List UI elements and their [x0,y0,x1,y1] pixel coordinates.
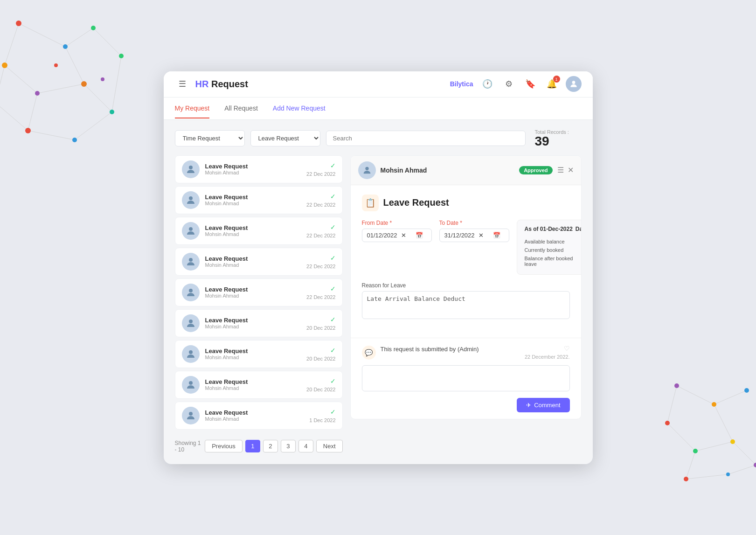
category-dropdown[interactable]: Leave Request [250,130,320,146]
request-meta: ✓ 22 Dec 2022 [306,162,335,177]
comment-input[interactable] [362,365,570,391]
svg-line-7 [28,93,37,131]
request-avatar [182,160,200,178]
nav-my-request[interactable]: My Request [175,98,210,118]
page-1-button[interactable]: 1 [245,440,260,452]
list-item[interactable]: Leave Request Mohsin Ahmad ✓ 20 Dec 2022 [175,309,343,337]
check-icon: ✓ [330,347,336,354]
nav-add-request[interactable]: Add New Request [273,98,326,118]
svg-point-22 [72,138,77,142]
detail-avatar [358,161,376,179]
request-title: Leave Request [205,378,307,385]
available-balance-label: Available balance [525,239,565,245]
leave-icon: 📋 [362,195,379,211]
svg-point-23 [119,54,124,58]
currently-booked-row: Currently booked 2 [525,247,582,254]
comment-text-col: This request is submitted by (Admin) [381,345,520,353]
request-avatar [182,222,200,240]
svg-point-45 [726,472,730,476]
reason-label: Reason for Leave [362,282,570,289]
as-of-label: As of 01-Dec-2022 [525,226,573,232]
top-bar-actions: Bilytica 🕐 ⚙ 🔖 🔔 1 [450,76,582,92]
heart-icon[interactable]: ♡ [564,345,570,352]
balance-after-row: Balance after booked leave 10 [525,256,582,267]
list-item[interactable]: Leave Request Mohsin Ahmad ✓ 22 Dec 2022 [175,217,343,245]
menu-button[interactable]: ☰ [175,76,190,91]
request-meta: ✓ 20 Dec 2022 [306,316,335,331]
svg-line-28 [714,390,747,404]
reason-group: Reason for Leave Late Arrival Balance De… [362,282,570,321]
to-date-clear[interactable]: ✕ [479,232,489,239]
check-icon: ✓ [330,285,336,292]
list-item[interactable]: Leave Request Mohsin Ahmad ✓ 1 Dec 2022 [175,402,343,430]
from-date-label: From Date * [362,220,432,226]
type-dropdown[interactable]: Time Request [175,130,245,146]
currently-booked-label: Currently booked [525,247,564,254]
list-item[interactable]: Leave Request Mohsin Ahmad ✓ 22 Dec 2022 [175,248,343,276]
next-button[interactable]: Next [316,440,343,452]
request-person: Mohsin Ahmad [205,385,307,391]
main-content: Time Request Leave Request Total Records… [164,120,593,464]
request-avatar [182,253,200,271]
request-person: Mohsin Ahmad [205,170,307,175]
list-item[interactable]: Leave Request Mohsin Ahmad ✓ 22 Dec 2022 [175,186,343,214]
detail-user-name: Mohsin Ahmad [381,167,520,174]
close-detail-button[interactable]: ✕ [568,166,574,174]
sub-nav: My Request All Request Add New Request [164,97,593,120]
list-item[interactable]: Leave Request Mohsin Ahmad ✓ 22 Dec 2022 [175,155,343,183]
svg-line-3 [5,23,19,65]
date-form-row: From Date * 01/12/2022 ✕ 📅 To Date * [362,220,570,275]
request-meta: ✓ 20 Dec 2022 [306,347,335,361]
page-3-button[interactable]: 3 [281,440,296,452]
svg-point-42 [730,439,735,444]
request-avatar [182,407,200,424]
list-item[interactable]: Leave Request Mohsin Ahmad ✓ 20 Dec 2022 [175,371,343,399]
to-date-calendar[interactable]: 📅 [493,232,504,239]
notification-badge: 1 [553,76,560,83]
comment-button[interactable]: ✈ Comment [517,398,569,412]
search-input[interactable] [326,131,526,146]
comment-section: 💬 This request is submitted by (Admin) ♡… [351,338,581,419]
notification-button[interactable]: 🔔 1 [544,76,559,91]
filter-row: Time Request Leave Request Total Records… [175,129,582,148]
svg-point-47 [189,166,193,169]
svg-point-40 [665,421,670,425]
request-date: 22 Dec 2022 [306,294,335,300]
request-date: 20 Dec 2022 [306,356,335,361]
svg-point-26 [101,77,104,81]
request-info: Leave Request Mohsin Ahmad [205,163,307,175]
request-date: 22 Dec 2022 [306,233,335,238]
from-date-group: From Date * 01/12/2022 ✕ 📅 [362,220,432,275]
settings-button[interactable]: ⚙ [501,76,516,91]
clock-button[interactable]: 🕐 [480,76,495,91]
reason-textarea[interactable]: Late Arrival Balance Deduct [362,291,570,319]
page-4-button[interactable]: 4 [298,440,313,452]
from-date-calendar[interactable]: 📅 [416,232,426,239]
request-date: 22 Dec 2022 [306,264,335,269]
more-options-button[interactable]: ☰ [557,166,564,174]
svg-point-49 [189,227,193,231]
request-info: Leave Request Mohsin Ahmad [205,409,310,422]
request-meta: ✓ 22 Dec 2022 [306,285,335,300]
svg-line-33 [733,442,756,465]
user-avatar[interactable] [566,76,582,92]
prev-button[interactable]: Previous [205,440,243,452]
nav-all-request[interactable]: All Request [224,98,258,118]
from-date-clear[interactable]: ✕ [401,232,412,239]
comment-submit-row: ✈ Comment [362,398,570,412]
bookmark-button[interactable]: 🔖 [523,76,538,91]
request-title: Leave Request [205,194,307,201]
request-title: Leave Request [205,286,307,293]
svg-point-25 [54,63,58,67]
list-item[interactable]: Leave Request Mohsin Ahmad ✓ 20 Dec 2022 [175,340,343,368]
day-col-label: Day(s) [576,226,582,232]
leave-title: Leave Request [383,197,449,208]
svg-line-32 [695,442,733,451]
from-date-input[interactable]: 01/12/2022 ✕ 📅 [362,229,432,242]
page-2-button[interactable]: 2 [263,440,278,452]
to-date-input[interactable]: 31/12/2022 ✕ 📅 [439,229,509,242]
svg-point-15 [63,44,68,49]
check-icon: ✓ [330,377,336,385]
request-date: 20 Dec 2022 [306,387,335,392]
list-item[interactable]: Leave Request Mohsin Ahmad ✓ 22 Dec 2022 [175,278,343,306]
